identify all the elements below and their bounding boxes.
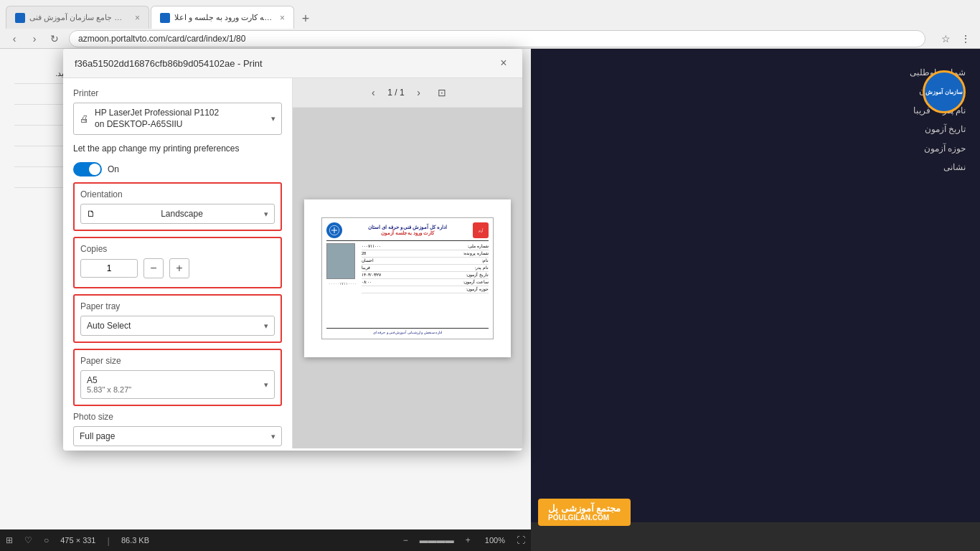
rp-line-1: نام احسان [545, 82, 966, 100]
card-footer-text: اداره سنجش و ارزشیابی آموزش فنی و حرفه ا… [326, 328, 489, 334]
dialog-body: Printer 🖨 HP LaserJet Professional P1102… [63, 78, 522, 448]
tab-favicon-1 [15, 13, 25, 23]
paper-size-label: Paper size [80, 356, 275, 366]
card-photo-area: ۰۰۰۰۰۱۷۱۱۰۰۰۰ [326, 243, 359, 326]
toggle-state-label: On [108, 164, 119, 174]
status-filesize: 86.3 KB [121, 536, 149, 545]
paper-size-info: A5 5.83" x 8.27" [87, 375, 131, 394]
dialog-titlebar: f36a51502dd16876cfb86b9d054102ae - Print… [63, 49, 522, 78]
paper-size-dimensions: 5.83" x 8.27" [87, 385, 131, 394]
page-preview: اداره کل آموزش فنی و حرفه ای استان کارت … [304, 199, 511, 357]
refresh-button[interactable]: ↻ [46, 30, 63, 47]
landscape-icon: 🗋 [87, 209, 95, 219]
forward-button[interactable]: › [26, 30, 43, 47]
status-zoom-in[interactable]: + [466, 535, 471, 545]
card-preview-content: اداره کل آموزش فنی و حرفه ای استان کارت … [321, 217, 494, 339]
field-file-value: 28 [362, 251, 366, 255]
settings-panel: Printer 🖨 HP LaserJet Professional P1102… [63, 78, 293, 448]
back-button[interactable]: ‹ [6, 30, 23, 47]
copies-label: Copies [80, 244, 275, 254]
tab-close-2[interactable]: × [280, 13, 285, 23]
copies-increase-button[interactable]: + [169, 258, 189, 278]
status-separator: | [108, 535, 110, 546]
card-org-text: اداره کل آموزش فنی و حرفه ای استان [342, 225, 473, 230]
orientation-selector[interactable]: 🗋 Landscape ▾ [80, 204, 275, 224]
field-id-label: شماره ملی: [468, 244, 489, 248]
toggle-row: On [73, 162, 282, 176]
tab-portal[interactable]: پورتال جامع سازمان آموزش فنی × [6, 6, 149, 29]
status-expand-icon[interactable]: ⛶ [517, 535, 525, 545]
tab-card[interactable]: سامانه کارت ورود به جلسه و اعلا... × [151, 6, 294, 29]
status-zoom-bar: ▬▬▬▬ [420, 535, 454, 545]
photo-size-label: Photo size [73, 412, 282, 422]
printer-label: Printer [73, 88, 282, 98]
field-name-label: نام: [481, 258, 489, 263]
card-fields: شماره ملی: ۰۰۰۷۱۱۰۰۰ شماره پرونده: 28 نا… [362, 243, 489, 326]
card-emblem: آرم [473, 222, 489, 238]
card-body: ۰۰۰۰۰۱۷۱۱۰۰۰۰ شماره ملی: ۰۰۰۷۱۱۰۰۰ شماره… [326, 243, 489, 326]
preview-page-info: 1 / 1 [387, 88, 404, 98]
status-icon-heart: ♡ [24, 535, 32, 545]
printer-selector[interactable]: 🖨 HP LaserJet Professional P1102 on DESK… [73, 103, 282, 135]
dialog-close-button[interactable]: × [496, 56, 511, 70]
preview-nav: ‹ 1 / 1 › ⊡ [293, 78, 522, 108]
preference-text: Let the app change my printing preferenc… [73, 142, 282, 155]
status-bar: ⊞ ♡ ○ 475 × 331 | 86.3 KB − ▬▬▬▬ + 100% … [0, 529, 531, 551]
paper-tray-value: Auto Select [87, 321, 131, 331]
copies-row: − + [80, 258, 275, 278]
printer-icon: 🖨 [80, 113, 89, 124]
toggle-switch[interactable] [73, 162, 102, 176]
paper-tray-selector[interactable]: Auto Select ▾ [80, 316, 275, 336]
preview-panel: ‹ 1 / 1 › ⊡ [293, 78, 522, 448]
field-father-label: نام پدر: [475, 265, 489, 270]
close-icon: × [500, 57, 507, 70]
rp-line-0: شماره داوطلبی [545, 63, 966, 82]
tab-label-2: سامانه کارت ورود به جلسه و اعلا... [174, 13, 273, 22]
preview-fit-button[interactable]: ⊡ [433, 84, 451, 101]
card-title-text: کارت ورود به جلسه آزمون [342, 230, 473, 236]
print-dialog: f36a51502dd16876cfb86b9d054102ae - Print… [63, 49, 522, 451]
tab-favicon-2 [160, 13, 170, 23]
status-zoom-out[interactable]: − [403, 535, 408, 545]
card-logo [326, 222, 342, 238]
browser-chrome: پورتال جامع سازمان آموزش فنی × سامانه کا… [0, 0, 980, 49]
paper-size-dropdown-arrow: ▾ [264, 380, 268, 390]
paper-size-selector[interactable]: A5 5.83" x 8.27" ▾ [80, 370, 275, 399]
right-panel: شماره داوطلبی نام احسان نام پدر فریبا تا… [531, 49, 980, 522]
url-input[interactable] [69, 30, 925, 47]
field-file-label: شماره پرونده: [463, 251, 489, 255]
rp-line-5: نشانی [545, 158, 966, 176]
address-bar: ‹ › ↻ ☆ ⋮ [0, 29, 980, 49]
orientation-dropdown-arrow: ▾ [264, 209, 268, 219]
rp-line-2: نام پدر فریبا [545, 101, 966, 120]
org-logo-text: سازمان آموزش [925, 89, 962, 95]
orientation-value: Landscape [161, 209, 203, 219]
field-date-value: ۱۴۰۳/۰۳/۲۷ [362, 273, 381, 277]
photo-size-dropdown-arrow: ▾ [271, 432, 275, 441]
star-icon[interactable]: ☆ [937, 30, 954, 47]
field-father: نام پدر: فریبا [362, 265, 489, 272]
rp-line-3: تاریخ آزمون [545, 120, 966, 138]
new-tab-button[interactable]: + [296, 9, 316, 29]
card-photo [326, 243, 355, 279]
field-file: شماره پرونده: 28 [362, 250, 489, 258]
browser-tabs: پورتال جامع سازمان آموزش فنی × سامانه کا… [0, 0, 980, 29]
preview-prev-button[interactable]: ‹ [364, 84, 382, 101]
photo-size-section: Photo size Full page ▾ [73, 412, 282, 446]
paper-size-section: Paper size A5 5.83" x 8.27" ▾ [73, 349, 282, 406]
field-name: نام: احسان [362, 258, 489, 265]
copies-decrease-button[interactable]: − [143, 258, 164, 278]
tab-close-1[interactable]: × [135, 13, 140, 23]
nav-controls: ‹ › ↻ [6, 30, 63, 47]
orientation-label: Orientation [80, 189, 275, 199]
card-id-number: ۰۰۰۰۰۱۷۱۱۰۰۰۰ [326, 281, 359, 286]
menu-icon[interactable]: ⋮ [957, 30, 974, 47]
photo-size-selector[interactable]: Full page ▾ [73, 426, 282, 446]
preview-next-button[interactable]: › [410, 84, 428, 101]
printer-name: HP LaserJet Professional P1102 on DESKTO… [95, 108, 271, 130]
status-icon-circle: ○ [44, 535, 49, 545]
field-time: ساعت آزمون: ۰۸:۰۰ [362, 279, 489, 286]
card-emblem-text: آرم [479, 228, 483, 232]
status-dimensions: 475 × 331 [60, 536, 95, 545]
copies-input[interactable] [80, 259, 138, 278]
